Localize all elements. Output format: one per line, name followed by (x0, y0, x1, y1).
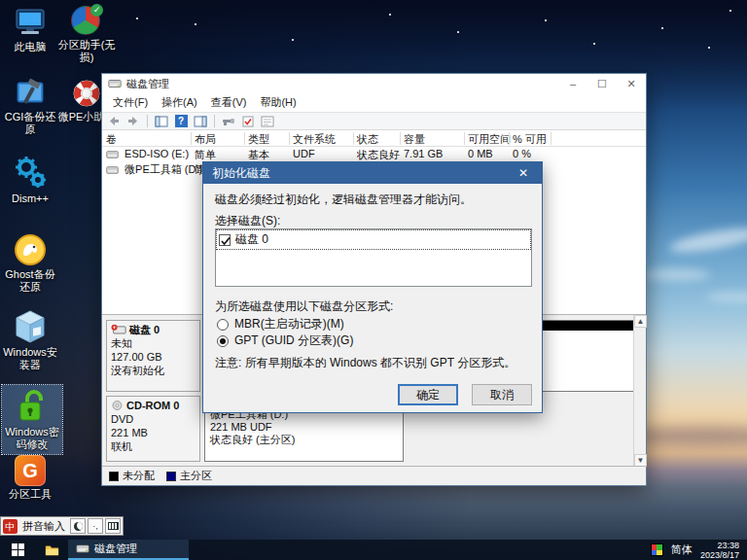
keyboard-button[interactable] (105, 518, 121, 534)
icon-label: 此电脑 (0, 41, 60, 53)
action-pane-icon[interactable] (193, 114, 208, 128)
gpt-note-text: 注意: 所有早期版本的 Windows 都不识别 GPT 分区形式。 (215, 355, 516, 371)
mbr-radio[interactable] (217, 319, 229, 331)
toolbar-separator (214, 115, 215, 127)
lifebuoy-icon (71, 78, 102, 109)
disk-list-item[interactable]: 磁盘 0 (217, 230, 530, 249)
keyboard-icon (108, 522, 119, 530)
taskbar-task-disk-management[interactable]: 磁盘管理 (68, 540, 189, 560)
menu-help[interactable]: 帮助(H) (253, 93, 302, 112)
close-button[interactable]: ✕ (617, 74, 646, 93)
ime-toolbar[interactable]: 中 拼音输入 ·, (0, 516, 124, 536)
clock[interactable]: 23:38 2023/8/17 (700, 541, 739, 560)
desktop-icon-ghost-backup[interactable]: Ghost备份还原 (0, 233, 60, 294)
help-icon[interactable]: ? (173, 114, 189, 128)
disk-status: 联机 (111, 439, 196, 453)
col-status[interactable]: 状态 (357, 132, 378, 147)
disk-name: CD-ROM 0 (126, 399, 179, 412)
disk-uninitialized-icon (111, 324, 126, 335)
cdrom0-label-panel[interactable]: CD-ROM 0 DVD 221 MB 联机 (106, 396, 200, 462)
disk-size: 127.00 GB (111, 350, 196, 364)
system-tray: 简体 23:38 2023/8/17 (651, 541, 747, 560)
desktop-icon-windows-installer[interactable]: Windows安装器 (0, 309, 60, 371)
col-free[interactable]: 可用空间 (468, 132, 511, 147)
col-fs[interactable]: 文件系统 (293, 132, 336, 147)
icon-label: CGI备份还原 (0, 111, 60, 136)
punctuation-button[interactable]: ·, (88, 518, 103, 534)
tray-date: 2023/8/17 (700, 550, 739, 560)
window-titlebar[interactable]: 磁盘管理 – ☐ ✕ (102, 74, 646, 93)
desktop-icon-dism[interactable]: Dism++ (0, 152, 60, 205)
start-button[interactable] (0, 540, 35, 560)
stars (136, 18, 138, 19)
gpt-radio[interactable] (217, 335, 229, 347)
partition-status: 状态良好 (主分区) (210, 434, 398, 446)
taskbar: 磁盘管理 简体 23:38 2023/8/17 (0, 540, 747, 560)
properties-icon[interactable] (260, 114, 275, 128)
computer-icon (14, 6, 47, 39)
disk-management-task-icon (76, 543, 89, 554)
disk-item-label: 磁盘 0 (235, 231, 268, 248)
desktop-icon-partition-assistant[interactable]: ✓ 分区助手(无损) (56, 6, 117, 64)
icon-label: Ghost备份还原 (0, 268, 60, 294)
legend-unallocated: 未分配 (109, 469, 155, 483)
cancel-button[interactable]: 取消 (472, 384, 532, 405)
disk-management-app-icon (108, 78, 122, 89)
tray-time: 23:38 (700, 541, 739, 550)
desktop-icon-partition-tool[interactable]: G 分区工具 (0, 455, 60, 501)
menu-file[interactable]: 文件(F) (106, 93, 155, 112)
language-indicator[interactable]: 简体 (671, 542, 693, 557)
vertical-scrollbar[interactable]: ▲ ▼ (633, 315, 646, 467)
col-layout[interactable]: 布局 (195, 132, 216, 147)
moon-icon (74, 522, 83, 531)
file-explorer-button[interactable] (35, 540, 68, 560)
padlock-icon (17, 389, 48, 424)
ime-tray-icon[interactable] (651, 543, 663, 556)
forward-icon[interactable] (125, 114, 141, 128)
maximize-button[interactable]: ☐ (587, 74, 617, 93)
menu-action[interactable]: 操作(A) (155, 93, 204, 112)
task-check-icon[interactable] (240, 114, 256, 128)
col-type[interactable]: 类型 (248, 132, 269, 147)
menu-view[interactable]: 查看(V) (204, 93, 254, 112)
hammer-screen-icon (15, 78, 46, 109)
box-icon (14, 309, 47, 344)
console-tree-icon[interactable] (154, 114, 169, 128)
col-volume[interactable]: 卷 (106, 132, 117, 147)
dialog-close-button[interactable]: ✕ (505, 162, 542, 184)
mbr-label: MBR(主启动记录)(M) (234, 316, 344, 332)
icon-label: 分区工具 (0, 488, 60, 501)
scroll-up-icon[interactable]: ▲ (634, 315, 647, 328)
folder-icon (45, 544, 59, 556)
disk0-label-panel[interactable]: 磁盘 0 未知 127.00 GB 没有初始化 (106, 320, 200, 392)
desktop-icon-windows-password[interactable]: Windows密码修改 (2, 385, 62, 454)
desktop-icon-cgi-backup[interactable]: CGI备份还原 (0, 78, 60, 136)
disk-listbox[interactable]: 磁盘 0 (215, 228, 532, 287)
volume-row[interactable]: ESD-ISO (E:) 简单 基本 UDF 状态良好 (... 7.91 GB… (102, 147, 646, 161)
minimize-button[interactable]: – (558, 74, 587, 93)
select-disk-label: 选择磁盘(S): (215, 213, 280, 229)
desktop-icon-this-pc[interactable]: 此电脑 (0, 6, 60, 53)
disk-type: 未知 (111, 336, 196, 350)
legend-primary: 主分区 (166, 469, 212, 483)
primary-swatch (166, 472, 176, 481)
disk-name: 磁盘 0 (129, 323, 160, 336)
disk0-checkbox[interactable] (219, 234, 231, 246)
window-title: 磁盘管理 (126, 77, 169, 91)
mbr-radio-row[interactable]: MBR(主启动记录)(M) (217, 316, 344, 332)
toolbar-separator (147, 115, 148, 127)
gpt-radio-row[interactable]: GPT (GUID 分区表)(G) (217, 332, 353, 349)
col-capacity[interactable]: 容量 (404, 132, 425, 147)
moon-button[interactable] (70, 518, 86, 534)
partition-size: 221 MB UDF (210, 421, 398, 434)
device-icon[interactable] (221, 114, 236, 128)
punctuation-icon: ·, (92, 522, 98, 531)
dialog-titlebar[interactable]: 初始化磁盘 ✕ (203, 162, 542, 184)
icon-label: Windows安装器 (0, 346, 60, 371)
col-pct[interactable]: % 可用 (513, 132, 547, 147)
task-label: 磁盘管理 (94, 542, 137, 556)
ok-button[interactable]: 确定 (398, 384, 458, 405)
legend: 未分配 主分区 (102, 466, 646, 485)
toolbar: ? (102, 112, 646, 130)
back-icon[interactable] (106, 114, 122, 128)
